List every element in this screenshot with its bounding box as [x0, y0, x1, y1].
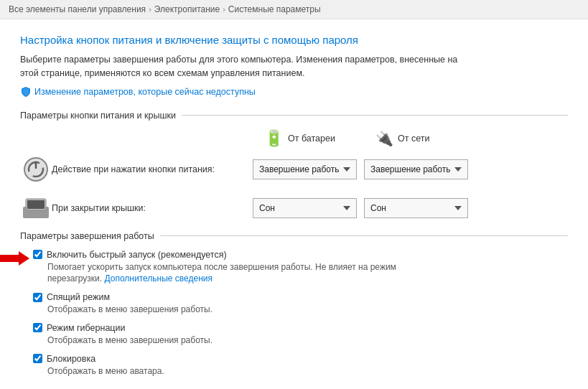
desc-line1: Выберите параметры завершения работы для… [20, 55, 457, 65]
breadcrumb-item-1[interactable]: Все элементы панели управления [9, 4, 146, 14]
power-network-dropdown-wrapper: Завершение работы Сон Гибернация Ничего … [364, 159, 468, 179]
fast-startup-desc: Помогает ускорить запуск компьютера посл… [47, 261, 568, 286]
sleep-row: Спящий режим [33, 292, 568, 302]
fast-startup-checkbox[interactable] [33, 250, 42, 259]
lid-battery-dropdown-wrapper: Сон Завершение работы Гибернация Ничего … [253, 198, 357, 218]
lock-row: Блокировка [33, 354, 568, 364]
network-col-label: От сети [398, 133, 429, 144]
change-settings-link[interactable]: Изменение параметров, которые сейчас нед… [20, 86, 568, 98]
fast-startup-row: Включить быстрый запуск (рекомендуется) [33, 250, 568, 260]
lid-close-row: При закрытии крышки: Сон Завершение рабо… [20, 192, 568, 224]
laptop-lid-icon [22, 197, 50, 220]
power-button-row: Действие при нажатии кнопки питания: Зав… [20, 154, 568, 185]
lid-network-dropdown-wrapper: Сон Завершение работы Гибернация Ничего … [364, 198, 468, 218]
power-button-icon [20, 154, 52, 185]
red-arrow-icon [0, 251, 29, 266]
hibernate-label[interactable]: Режим гибернации [47, 323, 125, 333]
svg-rect-5 [27, 200, 45, 209]
battery-col-label: От батареи [288, 133, 335, 144]
lock-desc: Отображать в меню аватара. [47, 365, 568, 378]
hibernate-checkbox[interactable] [33, 323, 42, 332]
fast-startup-link[interactable]: Дополнительные сведения [104, 273, 212, 283]
shield-icon [20, 86, 32, 98]
shutdown-section-header: Параметры завершения работы [20, 231, 568, 241]
lock-option: Блокировка Отображать в меню аватара. [33, 354, 568, 378]
power-battery-dropdown[interactable]: Завершение работы Сон Гибернация Ничего … [253, 159, 357, 179]
breadcrumb-item-3: Системные параметры [228, 4, 321, 14]
sleep-label[interactable]: Спящий режим [47, 292, 110, 302]
power-button-label: Действие при нажатии кнопки питания: [52, 164, 253, 174]
hibernate-option: Режим гибернации Отображать в меню завер… [33, 323, 568, 347]
lid-icon [20, 192, 52, 224]
column-headers: 🔋 От батареи 🔌 От сети [20, 129, 568, 148]
lock-label[interactable]: Блокировка [47, 354, 95, 364]
plug-icon: 🔌 [375, 130, 393, 147]
hibernate-desc: Отображать в меню завершения работы. [47, 334, 568, 347]
lid-close-label: При закрытии крышки: [52, 203, 253, 213]
battery-col-header: 🔋 От батареи [264, 129, 375, 148]
breadcrumb-sep-2: › [223, 5, 225, 14]
power-icon [23, 156, 49, 182]
breadcrumb: Все элементы панели управления › Электро… [0, 0, 588, 19]
battery-icon: 🔋 [264, 129, 284, 148]
power-battery-dropdown-wrapper: Завершение работы Сон Гибернация Ничего … [253, 159, 357, 179]
change-link-text: Изменение параметров, которые сейчас нед… [34, 87, 256, 97]
sleep-option: Спящий режим Отображать в меню завершени… [33, 292, 568, 316]
desc-line2: этой странице, применяются ко всем схема… [20, 68, 304, 78]
sleep-checkbox[interactable] [33, 293, 42, 302]
sleep-desc: Отображать в меню завершения работы. [47, 304, 568, 316]
network-col-header: 🔌 От сети [375, 130, 487, 147]
breadcrumb-sep-1: › [149, 5, 151, 14]
description: Выберите параметры завершения работы для… [20, 53, 508, 80]
svg-marker-6 [0, 251, 29, 266]
lock-checkbox[interactable] [33, 354, 42, 363]
lid-network-dropdown[interactable]: Сон Завершение работы Гибернация Ничего … [364, 198, 468, 218]
page-title: Настройка кнопок питания и включение защ… [20, 34, 568, 46]
lid-battery-dropdown[interactable]: Сон Завершение работы Гибернация Ничего … [253, 198, 357, 218]
button-section-header: Параметры кнопки питания и крышки [20, 111, 568, 121]
breadcrumb-item-2[interactable]: Электропитание [154, 4, 220, 14]
power-network-dropdown[interactable]: Завершение работы Сон Гибернация Ничего … [364, 159, 468, 179]
hibernate-row: Режим гибернации [33, 323, 568, 333]
main-content: Настройка кнопок питания и включение защ… [0, 19, 588, 389]
shutdown-options: Включить быстрый запуск (рекомендуется) … [33, 250, 568, 378]
fast-startup-label[interactable]: Включить быстрый запуск (рекомендуется) [47, 250, 227, 260]
fast-startup-option: Включить быстрый запуск (рекомендуется) … [33, 250, 568, 286]
